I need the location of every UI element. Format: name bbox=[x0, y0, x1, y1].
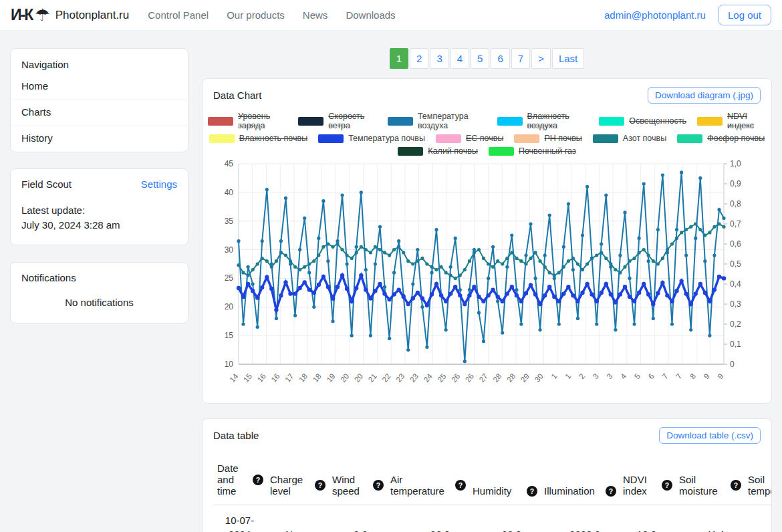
svg-text:28: 28 bbox=[491, 372, 503, 384]
pagination-button-5[interactable]: 5 bbox=[471, 48, 489, 69]
help-icon[interactable]: ? bbox=[527, 486, 537, 497]
svg-text:19: 19 bbox=[325, 372, 336, 384]
svg-text:35: 35 bbox=[225, 217, 234, 226]
help-icon[interactable]: ? bbox=[662, 480, 672, 491]
user-email-link[interactable]: admin@photonplant.ru bbox=[604, 9, 706, 21]
legend-swatch bbox=[677, 134, 702, 143]
svg-text:15: 15 bbox=[242, 372, 253, 384]
legend-swatch bbox=[497, 117, 523, 126]
nav-link-downloads[interactable]: Downloads bbox=[346, 9, 395, 21]
no-notifications-text: No notifications bbox=[21, 297, 177, 308]
legend-swatch bbox=[298, 117, 323, 126]
legend-swatch bbox=[593, 134, 618, 143]
legend-label: Скорость ветра bbox=[328, 112, 377, 130]
svg-text:2: 2 bbox=[577, 372, 586, 381]
svg-text:0,7: 0,7 bbox=[730, 219, 741, 229]
data-table-card: Data table Download table (.csv) Date an… bbox=[202, 418, 772, 532]
svg-text:0,6: 0,6 bbox=[730, 239, 741, 249]
legend-item[interactable]: Влажность воздуха bbox=[497, 112, 589, 130]
legend-item[interactable]: NDVI индекс bbox=[697, 112, 766, 130]
data-chart-card: Data Chart Download diagram (.jpg) Урове… bbox=[202, 78, 772, 404]
header-right: admin@photonplant.ru Log out bbox=[604, 5, 771, 25]
svg-text:30: 30 bbox=[533, 372, 544, 384]
svg-text:15: 15 bbox=[225, 331, 234, 340]
legend-item[interactable]: Температура почвы bbox=[318, 134, 425, 143]
main-column: 1234567>Last Data Chart Download diagram… bbox=[202, 48, 772, 532]
pagination-button-3[interactable]: 3 bbox=[430, 48, 448, 69]
legend-item[interactable]: EC почвы bbox=[436, 134, 503, 143]
table-cell: 41.1 bbox=[675, 505, 744, 532]
svg-text:40: 40 bbox=[225, 188, 234, 197]
table-cell: 10-07-2024 15:17 bbox=[213, 505, 266, 532]
legend-label: Уровень заряда bbox=[238, 112, 287, 130]
table-wrap: Date and time?Charge level?Wind speed?Ai… bbox=[203, 449, 771, 532]
nav-link-news[interactable]: News bbox=[303, 9, 328, 21]
legend-item[interactable]: Калий почвы bbox=[398, 146, 478, 156]
help-icon[interactable]: ? bbox=[606, 486, 616, 497]
download-diagram-button[interactable]: Download diagram (.jpg) bbox=[648, 87, 761, 104]
brand-name: Photonplant.ru bbox=[55, 9, 130, 22]
pagination-next-button[interactable]: > bbox=[531, 48, 551, 69]
nav-link-control-panel[interactable]: Control Panel bbox=[148, 9, 209, 21]
svg-text:16: 16 bbox=[269, 372, 281, 384]
legend-item[interactable]: Температура воздуха bbox=[388, 112, 487, 130]
settings-link[interactable]: Settings bbox=[141, 178, 177, 190]
pagination-button-last[interactable]: Last bbox=[552, 48, 584, 69]
nav-link-our-products[interactable]: Our products bbox=[227, 9, 285, 21]
svg-text:20: 20 bbox=[225, 302, 234, 311]
latest-update-text: Latest update: July 30, 2024 3:28 am bbox=[21, 203, 177, 233]
legend-item[interactable]: Скорость ветра bbox=[298, 112, 377, 130]
legend-label: NDVI индекс bbox=[727, 112, 766, 130]
legend-item[interactable]: Фосфор почвы bbox=[677, 134, 765, 143]
column-header-label: Soil temperature bbox=[748, 474, 771, 497]
header-nav: Control PanelOur productsNewsDownloads bbox=[148, 9, 395, 21]
table-row: 10-07-2024 15:17None9.336.928.02098.3-18… bbox=[213, 505, 771, 532]
legend-label: PH почвы bbox=[544, 134, 581, 143]
svg-text:0,1: 0,1 bbox=[730, 340, 741, 349]
legend-row: Влажность почвыТемпература почвыEC почвы… bbox=[208, 134, 766, 143]
legend-item[interactable]: Уровень заряда bbox=[208, 112, 287, 130]
svg-text:26: 26 bbox=[450, 372, 461, 384]
pagination-button-1[interactable]: 1 bbox=[390, 48, 408, 69]
svg-text:7: 7 bbox=[660, 372, 669, 381]
svg-text:30: 30 bbox=[225, 245, 234, 255]
help-icon[interactable]: ? bbox=[731, 480, 741, 491]
table-cell: 28.0 bbox=[469, 505, 540, 532]
svg-text:14: 14 bbox=[228, 372, 240, 384]
legend-row: Калий почвыПочвенный газ bbox=[208, 146, 766, 156]
sidebar-item-history[interactable]: History bbox=[11, 126, 188, 152]
svg-text:8: 8 bbox=[688, 372, 697, 381]
column-header: Charge level? bbox=[266, 458, 328, 505]
svg-text:25: 25 bbox=[436, 372, 447, 384]
svg-text:0,5: 0,5 bbox=[730, 259, 741, 269]
logout-button[interactable]: Log out bbox=[718, 5, 771, 25]
navigation-items: HomeChartsHistory bbox=[11, 78, 188, 152]
legend-item[interactable]: Азот почвы bbox=[593, 134, 666, 143]
svg-text:5: 5 bbox=[633, 372, 642, 381]
legend-item[interactable]: Почвенный газ bbox=[489, 146, 576, 156]
legend-item[interactable]: PH почвы bbox=[514, 134, 581, 143]
pagination-button-4[interactable]: 4 bbox=[450, 48, 469, 69]
svg-text:4: 4 bbox=[619, 372, 628, 380]
help-icon[interactable]: ? bbox=[253, 475, 263, 485]
legend-item[interactable]: Влажность почвы bbox=[209, 134, 307, 143]
legend-item[interactable]: Освещенность bbox=[599, 112, 686, 130]
column-header: Date and time? bbox=[213, 458, 266, 505]
svg-text:9: 9 bbox=[716, 372, 725, 381]
svg-text:24: 24 bbox=[422, 372, 434, 384]
table-cell: None bbox=[266, 505, 328, 532]
table-cell bbox=[744, 505, 771, 532]
pagination-button-7[interactable]: 7 bbox=[511, 48, 530, 69]
chart-body: 4540353025201510141516161718181920202122… bbox=[203, 158, 771, 403]
pagination-button-6[interactable]: 6 bbox=[491, 48, 509, 69]
help-icon[interactable]: ? bbox=[373, 480, 384, 491]
svg-text:28: 28 bbox=[505, 372, 517, 384]
pagination-button-2[interactable]: 2 bbox=[410, 48, 428, 69]
help-icon[interactable]: ? bbox=[315, 480, 325, 491]
help-icon[interactable]: ? bbox=[455, 480, 466, 491]
svg-text:7: 7 bbox=[674, 372, 683, 381]
download-table-button[interactable]: Download table (.csv) bbox=[659, 427, 761, 444]
sidebar-item-home[interactable]: Home bbox=[11, 78, 188, 100]
table-cell: 2098.3 bbox=[540, 505, 619, 532]
sidebar-item-charts[interactable]: Charts bbox=[11, 100, 188, 126]
